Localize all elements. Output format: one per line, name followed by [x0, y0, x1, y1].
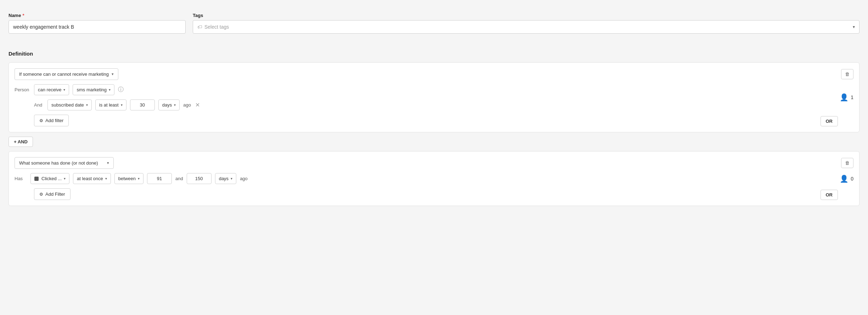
is-at-least-label: is at least — [99, 102, 119, 108]
has-label: Has — [15, 176, 27, 181]
ago-text-2: ago — [240, 176, 248, 181]
filter-remove-button-1[interactable]: ✕ — [195, 102, 201, 109]
between-select[interactable]: between ▾ — [114, 173, 143, 184]
count-value-1: 1 — [851, 94, 853, 100]
add-filter-label-2: Add Filter — [45, 191, 65, 197]
filter-icon-1: ⚙ — [39, 118, 43, 123]
condition-1-type-select[interactable]: If someone can or cannot receive marketi… — [15, 68, 118, 80]
tags-select[interactable]: 🏷 Select tags ▾ — [193, 20, 859, 34]
name-label: Name * — [9, 13, 186, 18]
condition-1-person-row: Person can receive ▾ sms marketing ▾ ⓘ — [15, 84, 853, 95]
condition-2-type-label: What someone has done (or not done) — [19, 160, 98, 166]
subscribed-date-arrow-icon: ▾ — [86, 103, 88, 107]
required-indicator: * — [22, 13, 24, 18]
and-label: And — [34, 102, 44, 108]
condition-1-header: If someone can or cannot receive marketi… — [15, 68, 853, 80]
tags-chevron-icon: ▾ — [853, 24, 855, 29]
filter-icon-2: ⚙ — [39, 192, 43, 197]
add-filter-button-2[interactable]: ⚙ Add Filter — [34, 188, 71, 200]
at-least-once-arrow-icon: ▾ — [105, 177, 107, 181]
condition-2-chevron-icon: ▾ — [107, 161, 109, 165]
days-arrow-icon-2: ▾ — [231, 177, 232, 181]
days-number-input[interactable] — [130, 99, 155, 110]
days-unit-select[interactable]: days ▾ — [158, 99, 180, 110]
can-receive-arrow-icon: ▾ — [63, 88, 65, 92]
click-icon — [34, 177, 39, 181]
person-avatar-icon: 👤 — [840, 93, 849, 102]
count-badge-2: 👤 0 — [840, 174, 853, 183]
count-badge-1: 👤 1 — [840, 93, 853, 102]
and-connector-button[interactable]: + AND — [9, 137, 33, 147]
value2-input[interactable] — [187, 173, 212, 184]
subscribed-date-select[interactable]: subscribed date ▾ — [47, 99, 92, 110]
person-label: Person — [15, 87, 30, 92]
tags-placeholder: Select tags — [204, 24, 229, 30]
at-least-once-select[interactable]: at least once ▾ — [73, 173, 111, 184]
add-filter-button-1[interactable]: ⚙ Add filter — [34, 115, 69, 126]
can-receive-select[interactable]: can receive ▾ — [34, 84, 69, 95]
clicked-arrow-icon: ▾ — [64, 177, 66, 181]
tags-label: Tags — [193, 13, 859, 18]
name-field-group: Name * — [9, 13, 186, 34]
at-least-once-label: at least once — [77, 176, 103, 181]
count-value-2: 0 — [851, 176, 853, 182]
clicked-select[interactable]: Clicked ... ▾ — [30, 173, 69, 184]
condition-2-delete-button[interactable]: 🗑 — [841, 158, 853, 168]
name-input[interactable] — [9, 20, 186, 34]
days-arrow-icon: ▾ — [174, 103, 176, 107]
sms-marketing-label: sms marketing — [77, 87, 107, 92]
is-at-least-select[interactable]: is at least ▾ — [95, 99, 126, 110]
condition-block-2: What someone has done (or not done) ▾ 🗑 … — [9, 151, 859, 206]
definition-title: Definition — [9, 51, 859, 57]
condition-2-header: What someone has done (or not done) ▾ 🗑 — [15, 157, 853, 169]
and-text-2: and — [175, 176, 183, 181]
delete-icon-2: 🗑 — [845, 160, 850, 166]
add-filter-label-1: Add filter — [45, 118, 63, 123]
tags-field-group: Tags 🏷 Select tags ▾ — [193, 13, 859, 34]
subscribed-date-label: subscribed date — [51, 102, 84, 108]
ago-text-1: ago — [183, 102, 191, 108]
can-receive-label: can receive — [38, 87, 61, 92]
condition-2-has-row: Has Clicked ... ▾ at least once ▾ betwee… — [15, 173, 853, 184]
condition-block-1: If someone can or cannot receive marketi… — [9, 62, 859, 132]
value1-input[interactable] — [147, 173, 172, 184]
sms-marketing-select[interactable]: sms marketing ▾ — [73, 84, 114, 95]
sms-arrow-icon: ▾ — [109, 88, 111, 92]
and-connector: + AND — [9, 137, 859, 147]
tag-icon: 🏷 — [197, 24, 202, 30]
info-icon[interactable]: ⓘ — [118, 86, 124, 93]
clicked-label: Clicked ... — [41, 176, 62, 181]
condition-1-chevron-icon: ▾ — [112, 72, 114, 76]
condition-1-type-label: If someone can or cannot receive marketi… — [19, 71, 109, 77]
between-arrow-icon: ▾ — [138, 177, 140, 181]
condition-2-type-select[interactable]: What someone has done (or not done) ▾ — [15, 157, 114, 169]
delete-icon: 🗑 — [845, 71, 850, 77]
condition-1-filter-row: And subscribed date ▾ is at least ▾ days… — [34, 99, 853, 110]
or-button-2[interactable]: OR — [821, 190, 838, 200]
days-label-2: days — [219, 176, 229, 181]
is-at-least-arrow-icon: ▾ — [121, 103, 123, 107]
or-button-1[interactable]: OR — [821, 116, 838, 126]
days-unit-select-2[interactable]: days ▾ — [215, 173, 236, 184]
between-label: between — [118, 176, 136, 181]
person-avatar-icon-2: 👤 — [840, 174, 849, 183]
days-label: days — [162, 102, 172, 108]
condition-1-delete-button[interactable]: 🗑 — [841, 69, 853, 79]
